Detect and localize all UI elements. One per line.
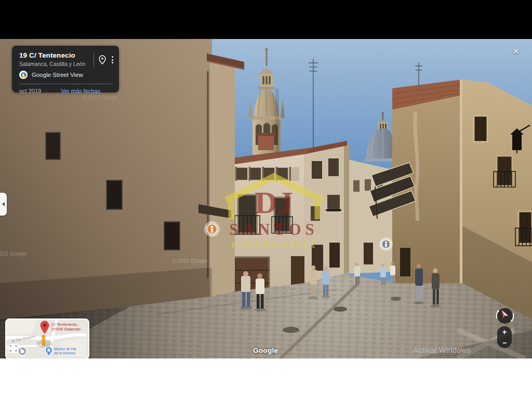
close-icon[interactable]: × [510,45,522,57]
minimap[interactable]: de San Gregorio C/ Tentenecio, 37008 Sal… [5,318,89,358]
icon-divider [94,52,94,67]
capture-date: oct 2019 [19,88,41,94]
compass-control[interactable] [494,304,516,327]
zoom-controls: + − [497,326,512,348]
source-label: Google Street View [32,72,83,78]
map-address-line1: C/ Tentenecio, [51,322,78,327]
street-view-viewport[interactable]: DJ SANTOS INMOBILIARIA © 2021 Google © 2… [0,39,532,358]
overflow-menu-icon[interactable] [111,55,114,64]
copyright-watermark: © 2021 Google [172,258,207,264]
collapse-panel-arrow[interactable] [0,193,7,216]
copyright-watermark: © 2021 Google [0,251,26,257]
google-watermark: Google [253,347,278,354]
streetview-nav-marker[interactable] [204,221,220,237]
activate-windows-watermark: Activar Windows [413,345,471,354]
info-panel: 19 C/ Tentenecio Salamanca, Castilla y L… [12,46,119,92]
map-poi-line1: Museo de His [54,347,76,351]
map-poi-line2: de la Automo [54,351,75,355]
streetview-nav-marker[interactable] [379,237,393,251]
center-house [224,133,308,299]
map-address-line2: 37008 Salaman [51,327,81,331]
more-dates-link[interactable]: Ver más fechas [61,88,100,94]
bottom-white-bar [0,358,532,399]
copyright-watermark: © 2021 Google [83,95,118,101]
location-pin-icon[interactable] [99,55,106,64]
street-view-window: DJ SANTOS INMOBILIARIA © 2021 Google © 2… [0,0,532,399]
fullscreen-icon[interactable] [9,344,18,353]
center-house-2 [301,141,349,283]
poi-building-icon [18,347,26,355]
zoom-in-button[interactable]: + [502,328,507,336]
panel-divider [19,84,113,84]
top-black-bar [0,0,532,39]
chevron-left-icon [2,202,5,206]
google-logo-icon [19,71,28,79]
zoom-out-button[interactable]: − [502,339,507,347]
